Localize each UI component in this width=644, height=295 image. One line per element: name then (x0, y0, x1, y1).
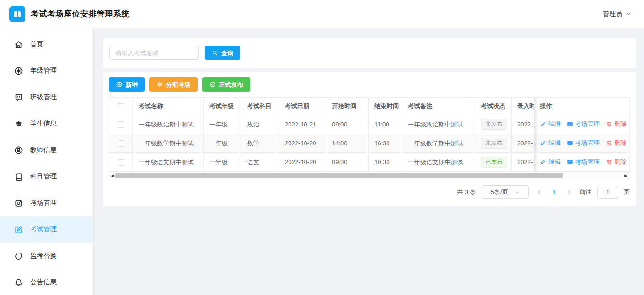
operations-cell: 编辑 考场管理 删除 (534, 153, 630, 172)
date-cell: 2022-10-20 (279, 134, 326, 153)
main-content: 查询 新增 分配考场 正式发布 (94, 28, 644, 295)
teacher-user-icon (14, 146, 23, 155)
panel-dots-icon (567, 121, 573, 127)
chevron-left-icon (537, 189, 542, 195)
user-name: 管理员 (603, 10, 622, 18)
assign-rooms-button[interactable]: 分配考场 (149, 77, 198, 92)
home-icon (14, 40, 23, 49)
edit-button[interactable]: 编辑 (540, 158, 561, 166)
exam-name-cell: 一年级数学期中测试 (133, 134, 204, 153)
next-page-button[interactable] (564, 189, 574, 195)
exam-name-cell: 一年级政治期中测试 (133, 115, 204, 134)
exam-table: 考试名称 考试年级 考试科目 考试日期 开始时间 结束时间 考试备注 考试状态 … (109, 97, 630, 172)
row-checkbox[interactable] (118, 121, 124, 128)
sidebar-item-grades[interactable]: 年级管理 (0, 58, 93, 84)
grade-cell: 一年级 (204, 153, 241, 172)
entry-time-cell: 2022-10 (512, 115, 534, 134)
select-all-checkbox[interactable] (118, 103, 124, 110)
sidebar-item-label: 教师信息 (30, 146, 57, 154)
goto-page-input[interactable] (597, 186, 618, 199)
status-cell: 已发布 (475, 153, 512, 172)
sidebar-item-students[interactable]: 学生信息 (0, 110, 93, 137)
prev-page-button[interactable] (535, 189, 544, 195)
exam-name-cell: 一年级语文期中测试 (133, 153, 204, 172)
operations-cell: 编辑 考场管理 删除 (534, 134, 630, 153)
col-date: 考试日期 (279, 98, 326, 115)
status-cell: 未发布 (475, 115, 512, 134)
trash-icon (606, 121, 612, 127)
sidebar-item-invigilator-swap[interactable]: 监考替换 (0, 243, 93, 269)
sidebar-item-subjects[interactable]: 科目管理 (0, 163, 93, 190)
row-checkbox[interactable] (118, 159, 124, 166)
scroll-right-arrow-icon[interactable]: ▶ (624, 172, 628, 179)
goto-label: 前往 (579, 188, 592, 196)
grade-star-icon (14, 67, 23, 76)
room-manage-button[interactable]: 考场管理 (567, 120, 600, 128)
room-manage-button[interactable]: 考场管理 (567, 139, 600, 147)
grade-cell: 一年级 (204, 134, 241, 153)
remark-cell: 一年级政治期中测试 (402, 115, 475, 134)
col-subject: 考试科目 (241, 98, 279, 115)
scroll-left-arrow-icon[interactable]: ◀ (110, 172, 115, 179)
toolbar: 新增 分配考场 正式发布 (109, 77, 630, 92)
col-entry-time: 录入时间 (512, 98, 534, 115)
entry-time-cell: 2022-10 (512, 153, 534, 172)
col-end-time: 结束时间 (369, 98, 402, 115)
page-size-select[interactable]: 5条/页 (482, 185, 529, 199)
sidebar-item-exam-rooms[interactable]: 考场管理 (0, 190, 93, 216)
sidebar-item-home[interactable]: 首页 (0, 31, 93, 58)
search-icon (212, 50, 218, 56)
chevron-down-icon (626, 10, 632, 18)
sidebar-item-label: 班级管理 (30, 93, 57, 101)
page-number[interactable]: 1 (550, 189, 559, 196)
trash-icon (606, 159, 612, 165)
publish-button[interactable]: 正式发布 (202, 77, 250, 92)
top-header: 考试考场座位安排管理系统 管理员 (0, 0, 644, 28)
sidebar-item-label: 考试管理 (30, 225, 57, 234)
sidebar-item-teachers[interactable]: 教师信息 (0, 137, 93, 163)
delete-button[interactable]: 删除 (606, 158, 627, 166)
add-button-label: 新增 (125, 82, 138, 88)
status-badge: 未发布 (481, 119, 507, 130)
table-header-row: 考试名称 考试年级 考试科目 考试日期 开始时间 结束时间 考试备注 考试状态 … (109, 98, 630, 115)
horizontal-scrollbar: ◀ ▶ (109, 172, 629, 179)
sidebar-item-label: 科目管理 (30, 172, 57, 181)
search-input[interactable] (109, 46, 199, 60)
sidebar-item-notices[interactable]: 公告信息 (0, 269, 93, 295)
col-status: 考试状态 (475, 98, 512, 115)
sidebar-item-label: 公告信息 (30, 278, 57, 287)
start-time-cell: 09:00 (326, 153, 369, 172)
col-operations: 操作 (534, 98, 630, 115)
sidebar-item-label: 年级管理 (30, 67, 57, 75)
open-book-icon (9, 6, 25, 22)
remark-cell: 一年级数学期中测试 (402, 134, 475, 153)
edit-button[interactable]: 编辑 (540, 120, 561, 128)
delete-button[interactable]: 删除 (606, 139, 627, 147)
goto-unit-label: 页 (624, 188, 630, 196)
delete-button[interactable]: 删除 (606, 120, 627, 128)
edit-button[interactable]: 编辑 (540, 139, 561, 147)
status-cell: 未发布 (475, 134, 512, 153)
search-card: 查询 (103, 38, 636, 68)
scrollbar-track[interactable] (115, 173, 624, 178)
publish-button-label: 正式发布 (219, 82, 243, 88)
add-button[interactable]: 新增 (109, 77, 145, 92)
sidebar-item-label: 监考替换 (30, 252, 57, 260)
pencil-icon (540, 121, 546, 127)
table-row: 一年级政治期中测试 一年级 政治 2022-10-21 09:00 11:00 … (109, 115, 630, 134)
exam-edit-icon (14, 225, 23, 234)
col-remark: 考试备注 (402, 98, 475, 115)
page-size-value: 5条/页 (491, 188, 508, 196)
scrollbar-thumb[interactable] (115, 173, 563, 178)
date-cell: 2022-10-20 (279, 153, 326, 172)
room-manage-button[interactable]: 考场管理 (567, 158, 600, 166)
student-cap-icon (14, 119, 23, 128)
user-menu[interactable]: 管理员 (603, 10, 632, 18)
sidebar-item-label: 首页 (30, 40, 43, 49)
search-button[interactable]: 查询 (205, 46, 240, 60)
remark-cell: 一年级语文期中测试 (402, 153, 475, 172)
sidebar-item-classes[interactable]: 班级管理 (0, 84, 93, 110)
sidebar-item-exam-manage[interactable]: 考试管理 (0, 216, 93, 243)
row-checkbox[interactable] (118, 140, 124, 147)
status-badge: 已发布 (481, 157, 507, 168)
